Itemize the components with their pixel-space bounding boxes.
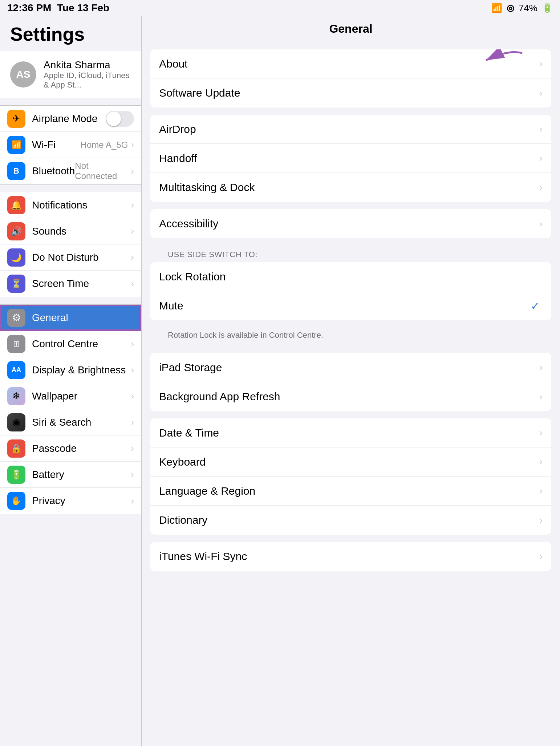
sidebar-item-airplane[interactable]: ✈ Airplane Mode xyxy=(0,106,141,132)
chevron-icon: › xyxy=(539,456,543,467)
user-subtitle: Apple ID, iCloud, iTunes & App St... xyxy=(44,71,131,90)
passcode-icon: 🔒 xyxy=(7,439,25,458)
section-header-sideswitch: USE SIDE SWITCH TO: xyxy=(150,246,551,261)
content-item-lockrotation[interactable]: Lock Rotation xyxy=(150,262,551,291)
airplane-icon: ✈ xyxy=(7,110,25,128)
status-icons: 📶 ◎ 74% 🔋 xyxy=(491,3,553,14)
sidebar-item-screentime[interactable]: ⏳ Screen Time › xyxy=(0,271,141,297)
sidebar-item-battery[interactable]: 🔋 Battery › xyxy=(0,462,141,488)
content-item-languageregion[interactable]: Language & Region › xyxy=(150,477,551,506)
sidebar-label-airplane: Airplane Mode xyxy=(32,113,106,125)
content-item-multitasking[interactable]: Multitasking & Dock › xyxy=(150,173,551,202)
displaybrightness-icon: AA xyxy=(7,361,25,379)
battery-icon: 🔋 xyxy=(542,3,553,13)
content-group-datetime: Date & Time › Keyboard › Language & Regi… xyxy=(150,418,551,535)
content-panel: General About › Software Update xyxy=(142,16,560,746)
chevron-icon: › xyxy=(539,58,543,69)
content-header: General xyxy=(142,16,560,42)
content-group-accessibility: Accessibility › xyxy=(150,209,551,238)
content-title: General xyxy=(329,22,372,36)
sidebar-item-wallpaper[interactable]: ❄ Wallpaper › xyxy=(0,383,141,409)
sidebar-label-notifications: Notifications xyxy=(32,199,131,211)
settings-group-notifications: 🔔 Notifications › 🔊 Sounds › 🌙 Do Not Di… xyxy=(0,192,141,297)
chevron-icon: › xyxy=(539,515,543,526)
sidebar: Settings AS Ankita Sharma Apple ID, iClo… xyxy=(0,16,142,746)
chevron-icon: › xyxy=(539,88,543,99)
lockrotation-label: Lock Rotation xyxy=(159,271,543,283)
content-item-accessibility[interactable]: Accessibility › xyxy=(150,209,551,238)
sidebar-title: Settings xyxy=(0,16,141,51)
user-name: Ankita Sharma xyxy=(44,59,131,71)
sidebar-item-notifications[interactable]: 🔔 Notifications › xyxy=(0,192,141,218)
sidebar-item-wifi[interactable]: 📶 Wi-Fi Home A_5G › xyxy=(0,132,141,158)
content-item-ituneswifisync[interactable]: iTunes Wi-Fi Sync › xyxy=(150,542,551,571)
sidebar-label-controlcentre: Control Centre xyxy=(32,338,131,350)
sidebar-label-wifi: Wi-Fi xyxy=(32,139,81,151)
user-profile[interactable]: AS Ankita Sharma Apple ID, iCloud, iTune… xyxy=(0,51,141,98)
content-item-handoff[interactable]: Handoff › xyxy=(150,144,551,173)
sidebar-item-sounds[interactable]: 🔊 Sounds › xyxy=(0,218,141,244)
sidebar-item-sirisearch[interactable]: ◉ Siri & Search › xyxy=(0,409,141,435)
content-group-sideswitch: Lock Rotation Mute ✓ xyxy=(150,262,551,320)
content-item-backgroundapprefresh[interactable]: Background App Refresh › xyxy=(150,382,551,411)
settings-group-network: ✈ Airplane Mode 📶 Wi-Fi Home A_5G › B Bl… xyxy=(0,105,141,185)
sidebar-label-sounds: Sounds xyxy=(32,226,131,237)
softwareupdate-label: Software Update xyxy=(159,87,539,99)
languageregion-label: Language & Region xyxy=(159,485,539,497)
user-info: Ankita Sharma Apple ID, iCloud, iTunes &… xyxy=(44,59,131,90)
sidebar-item-bluetooth[interactable]: B Bluetooth Not Connected › xyxy=(0,158,141,184)
sidebar-label-displaybrightness: Display & Brightness xyxy=(32,364,131,376)
general-icon: ⚙ xyxy=(7,309,25,327)
avatar: AS xyxy=(10,61,36,88)
sounds-icon: 🔊 xyxy=(7,222,25,240)
notifications-icon: 🔔 xyxy=(7,196,25,214)
battery-settings-icon: 🔋 xyxy=(7,466,25,484)
content-item-softwareupdate[interactable]: Software Update › xyxy=(150,78,551,108)
airplane-toggle[interactable] xyxy=(106,111,134,127)
content-item-about[interactable]: About › xyxy=(150,49,551,78)
chevron-icon: › xyxy=(539,123,543,135)
handoff-label: Handoff xyxy=(159,152,539,165)
wallpaper-icon: ❄ xyxy=(7,387,25,405)
arrow-annotation xyxy=(457,49,529,75)
content-item-keyboard[interactable]: Keyboard › xyxy=(150,447,551,477)
sidebar-item-donotdisturb[interactable]: 🌙 Do Not Disturb › xyxy=(0,244,141,271)
status-bar: 12:36 PM Tue 13 Feb 📶 ◎ 74% 🔋 xyxy=(0,0,560,16)
content-item-ipadstorage[interactable]: iPad Storage › xyxy=(150,353,551,382)
chevron-icon: › xyxy=(131,390,134,402)
sidebar-item-displaybrightness[interactable]: AA Display & Brightness › xyxy=(0,357,141,383)
chevron-icon: › xyxy=(539,391,543,402)
sidebar-item-general[interactable]: ⚙ General xyxy=(0,305,141,331)
airdrop-label: AirDrop xyxy=(159,123,539,135)
content-item-datetime[interactable]: Date & Time › xyxy=(150,418,551,447)
bluetooth-value: Not Connected xyxy=(75,161,128,181)
sidebar-label-general: General xyxy=(32,312,134,324)
chevron-icon: › xyxy=(131,364,134,376)
chevron-icon: › xyxy=(131,252,134,263)
chevron-icon: › xyxy=(131,443,134,454)
chevron-icon: › xyxy=(539,427,543,438)
wifi-settings-icon: 📶 xyxy=(7,136,25,154)
privacy-icon: ✋ xyxy=(7,492,25,510)
settings-group-general: ⚙ General ⊞ Control Centre › AA Display … xyxy=(0,304,141,514)
sideswitch-header: USE SIDE SWITCH TO: xyxy=(150,246,551,261)
backgroundapprefresh-label: Background App Refresh xyxy=(159,390,539,403)
siri-icon: ◉ xyxy=(7,413,25,431)
chevron-icon: › xyxy=(539,485,543,496)
wifi-icon: 📶 xyxy=(491,3,502,13)
chevron-icon: › xyxy=(539,153,543,164)
sidebar-item-privacy[interactable]: ✋ Privacy › xyxy=(0,488,141,514)
multitasking-label: Multitasking & Dock xyxy=(159,181,539,194)
content-item-airdrop[interactable]: AirDrop › xyxy=(150,115,551,144)
wifi-value: Home A_5G xyxy=(81,140,128,150)
keyboard-label: Keyboard xyxy=(159,456,539,468)
content-group-storage: iPad Storage › Background App Refresh › xyxy=(150,353,551,411)
accessibility-label: Accessibility xyxy=(159,218,539,230)
content-item-mute[interactable]: Mute ✓ xyxy=(150,291,551,320)
chevron-icon: › xyxy=(131,166,134,177)
content-group-about: About › Software Update › xyxy=(150,49,551,108)
sidebar-item-passcode[interactable]: 🔒 Passcode › xyxy=(0,435,141,462)
checkmark-icon: ✓ xyxy=(531,300,540,312)
content-item-dictionary[interactable]: Dictionary › xyxy=(150,506,551,535)
sidebar-item-controlcentre[interactable]: ⊞ Control Centre › xyxy=(0,331,141,357)
